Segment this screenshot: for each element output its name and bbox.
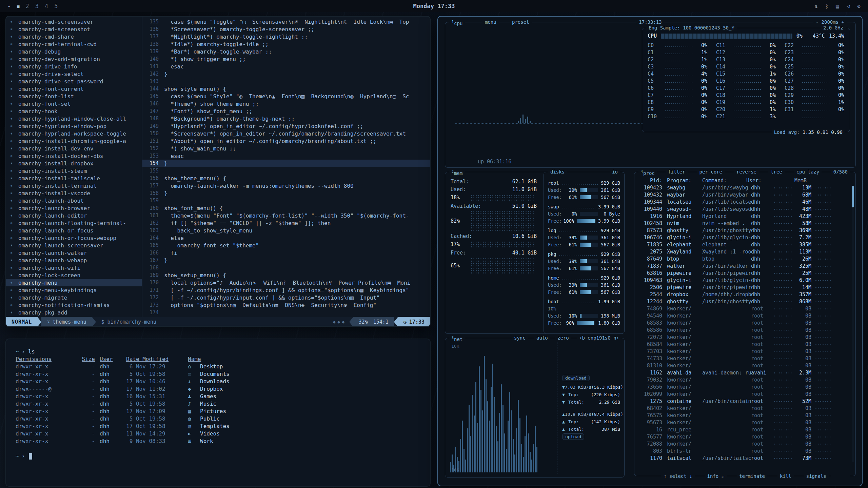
process-row[interactable]: 72073 kworker/ root 0B 0.0 [634, 333, 855, 341]
file-row[interactable]: ∗ omarchy-launch-screensaver [6, 242, 142, 249]
net-zero-button[interactable]: zero [555, 334, 571, 341]
col-pid[interactable]: Pid: [638, 178, 662, 184]
workspace-button[interactable]: 3 [35, 3, 39, 9]
file-row[interactable]: ∗ omarchy-install-steam [6, 167, 142, 175]
col-command[interactable]: Command: [697, 178, 746, 184]
proc-option-button[interactable]: tree [768, 168, 785, 175]
process-row[interactable]: 73656 kworker/ root 0B 0.0 [634, 383, 855, 390]
code-line[interactable]: 162 if [[ "$theme" == "CNCLD" || -z "$th… [142, 219, 430, 227]
process-row[interactable]: 803 btrfs-tr root 0B 0.0 [634, 447, 855, 454]
cpu-box-title[interactable]: 1cpu [449, 19, 465, 27]
file-row[interactable]: ∗ omarchy-hyprland-window-close-all [6, 115, 142, 122]
code-line[interactable]: 171 [ -f ~/.config/hypr/bindings.conf ] … [142, 286, 430, 294]
mem-box-title[interactable]: 2mem [449, 168, 465, 177]
code-line[interactable]: 145 case $(menu "Style" "◎ Theme\n▲ Font… [142, 93, 430, 100]
file-row[interactable]: ∗ omarchy-launch-or-focus [6, 227, 142, 234]
process-row[interactable]: 1275 containe /usr/bin/containerd root 5… [634, 398, 855, 405]
process-row[interactable]: 2075 Xwayland Xwayland :1 -rootless - dh… [634, 248, 855, 255]
folder-name[interactable]: Downloads [200, 378, 420, 385]
process-row[interactable]: 109463 glycin-i /usr/lib/glycin-loaders … [634, 277, 855, 284]
code-line[interactable]: 151 *About*) open_in_editor ~/.config/om… [142, 137, 430, 145]
io-toggle[interactable]: io [610, 168, 620, 175]
code-line[interactable]: 153 esac [142, 152, 430, 160]
folder-name[interactable]: Dropbox [200, 385, 420, 393]
process-row[interactable]: 68586 kworker/ root 0B 0.0 [634, 326, 855, 333]
display-icon[interactable]: ▤ [836, 3, 839, 9]
process-row[interactable]: 1162 avahi-da avahi-daemon: running [ av… [634, 369, 855, 376]
proc-option-button[interactable]: reverse [734, 168, 759, 175]
code-line[interactable]: 152 *) show_main_menu ;; [142, 145, 430, 152]
workspace-button[interactable]: 5 [54, 3, 58, 9]
file-row[interactable]: ∗ omarchy-install-chromium-google-a [6, 137, 142, 145]
process-row[interactable]: 102099 kworker/ root 0B 0.0 [634, 390, 855, 398]
code-line[interactable]: 149 *Hyprland*) open_in_editor ~/.config… [142, 122, 430, 130]
process-row[interactable]: 74869 kworker/ root 0B 0.0 [634, 305, 855, 312]
code-line[interactable]: 142 } [142, 70, 430, 78]
code-line[interactable]: 172 [ -f ~/.config/hypr/input.conf ] && … [142, 294, 430, 301]
workspace-button[interactable]: 2 [25, 3, 29, 9]
code-line[interactable]: 174 [142, 309, 430, 316]
process-row[interactable]: 1170 tailscal /usr/sbin/tailscaled -- ro… [634, 454, 855, 462]
folder-name[interactable]: Pictures [200, 408, 420, 415]
net-auto-button[interactable]: auto [534, 334, 550, 341]
code-line[interactable]: 173 options="$options\n▧ Defaults\n≡ DNS… [142, 301, 430, 309]
proc-footer-button[interactable]: kill [777, 473, 794, 480]
file-row[interactable]: ∗ omarchy-font-set [6, 100, 142, 107]
file-row[interactable]: ∗ omarchy-dev-add-migration [6, 55, 142, 63]
folder-name[interactable]: Public [200, 415, 420, 423]
net-interface[interactable]: ‹b enp191s0 n› [577, 334, 622, 341]
process-row[interactable]: 94540 kworker/ root 0B 0.0 [634, 312, 855, 319]
file-row[interactable]: ∗ omarchy-cmd-share [6, 33, 142, 40]
code-line[interactable]: 135 case $(menu "Toggle" "▢ Screensaver\… [142, 18, 430, 25]
process-row[interactable]: 109440 swayosd- /usr/lib/swayosd-server … [634, 205, 855, 212]
code-line[interactable]: 167 } [142, 257, 430, 264]
file-row[interactable]: ∗ omarchy-launch-about [6, 197, 142, 204]
file-row[interactable]: ∗ omarchy-hyprland-workspace-toggle [6, 130, 142, 137]
proc-option-button[interactable]: cpu lazy [794, 168, 822, 175]
folder-name[interactable]: Work [200, 438, 420, 445]
file-row[interactable]: ∗ omarchy-install-dev-env [6, 145, 142, 152]
process-row[interactable]: 2544 dropbox /home/dhh/.dropbox-dist dhh… [634, 291, 855, 298]
code-line[interactable]: 168 [142, 264, 430, 271]
process-row[interactable]: 95673 kworker/ root 0B 0.0 [634, 419, 855, 426]
process-row[interactable]: 76577 kworker/ root 0B 0.0 [634, 433, 855, 440]
file-row[interactable]: ∗ omarchy-font-list [6, 93, 142, 100]
code-line[interactable]: 148 *Background*) omarchy-theme-bg-next … [142, 115, 430, 122]
file-row[interactable]: ∗ omarchy-launch-wifi [6, 264, 142, 271]
col-user[interactable]: User: [746, 178, 769, 184]
file-row[interactable]: ∗ omarchy-install-tailscale [6, 175, 142, 182]
file-row[interactable]: ∗ omarchy-launch-browser [6, 204, 142, 212]
prompt-line[interactable]: ~› [16, 452, 420, 460]
code-line[interactable]: 170 local options="♪ Audio\n∿ Wifi\nᛒ Bl… [142, 279, 430, 286]
proc-box-title[interactable]: 4proc [638, 168, 657, 177]
process-row[interactable]: 2506 pipewire /usr/bin/pipewire-pulse dh… [634, 284, 855, 291]
proc-footer-button[interactable]: ↑ select ↓ [661, 473, 694, 480]
process-row[interactable]: 68584 kworker/ root 0B 0.0 [634, 341, 855, 348]
code-line[interactable]: 141 esac [142, 63, 430, 70]
process-row[interactable]: 68583 kworker/ root 0B 0.0 [634, 319, 855, 326]
process-row[interactable]: 68402 kworker/ root 0B 0.0 [634, 405, 855, 412]
code-line[interactable]: 144 show_style_menu() { [142, 85, 430, 93]
code-line[interactable]: 139 *Bar*) omarchy-toggle-waybar ;; [142, 48, 430, 55]
file-row[interactable]: ∗ omarchy-hyprland-window-pop [6, 122, 142, 130]
process-row[interactable]: 1916 Hyprland Hyprland dhh 423M 0.0 [634, 212, 855, 220]
workspace-active-indicator[interactable]: ■ [17, 4, 20, 9]
bluetooth-icon[interactable]: ᛒ [825, 3, 828, 9]
process-row[interactable]: 73703 kworker/ root 0B 0.0 [634, 348, 855, 355]
process-row[interactable]: 16 rcu_pree root 0B 0.0 [634, 426, 855, 433]
workspace-button[interactable]: 4 [45, 3, 48, 9]
folder-name[interactable]: Documents [200, 370, 420, 378]
file-row[interactable]: ∗ omarchy-lock-screen [6, 271, 142, 279]
file-row[interactable]: ∗ omarchy-font-current [6, 85, 142, 93]
file-row[interactable]: ∗ omarchy-install-terminal [6, 182, 142, 189]
col-program[interactable]: Program: [662, 178, 697, 184]
process-row[interactable]: 71837 walker /usr/bin/walker --gappl dhh… [634, 262, 855, 269]
file-row[interactable]: ∗ omarchy-menu-keybindings [6, 286, 142, 294]
folder-name[interactable]: Videos [200, 430, 420, 438]
process-row[interactable]: 106746 glycin-i /usr/lib/glycin-loaders … [634, 234, 855, 241]
code-line[interactable]: 164 else [142, 234, 430, 242]
net-sync-button[interactable]: sync [512, 334, 528, 341]
folder-name[interactable]: Games [200, 393, 420, 400]
vpn-icon[interactable]: ⇅ [814, 3, 818, 9]
file-row[interactable]: ∗ omarchy-cmd-terminal-cwd [6, 40, 142, 48]
